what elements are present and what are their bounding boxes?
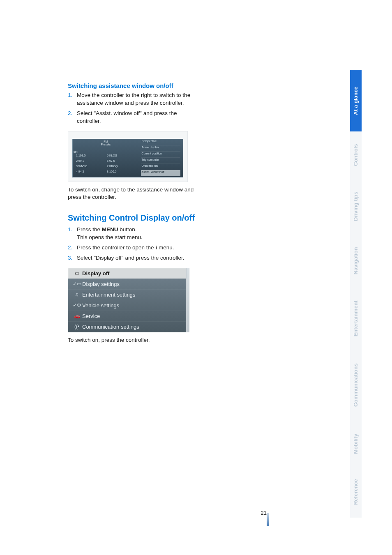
preset-cell: 2 99.1 [75, 159, 106, 165]
step-number: 2. [68, 110, 77, 125]
heading-control-display: Switching Control Display on/off [68, 213, 199, 223]
page-number: 21 [261, 510, 267, 516]
screenshot-edge-strip [186, 268, 189, 332]
assist-menu-item: Arrow display [141, 145, 180, 152]
step-number: 1. [68, 92, 77, 107]
menu-item-vehicle-settings: ✓⚙ Vehicle settings [68, 300, 187, 311]
step-text: Move the controller to the right to swit… [77, 92, 199, 107]
radio-panel: FM Presets set 1 103.5 5 KLOS 2 99.1 6 9… [72, 139, 183, 177]
set-label: set [74, 150, 77, 153]
assist-menu-list: Perspective Arrow display Current positi… [141, 139, 180, 176]
communication-icon: ((• [71, 324, 82, 329]
menu-label: Communication settings [82, 324, 139, 330]
assist-menu-item: Onboard info [141, 164, 180, 170]
presets-label: Presets [101, 143, 111, 146]
heading-assist-window: Switching assistance window on/off [68, 82, 199, 89]
menu-item-display-settings: ✓▭ Display settings [68, 279, 187, 289]
step-item: 3. Select "Display off" and press the co… [68, 254, 199, 262]
menu-label: Display settings [82, 281, 120, 287]
assist-window-screenshot: FM Presets set 1 103.5 5 KLOS 2 99.1 6 9… [68, 131, 188, 182]
tab-driving-tips[interactable]: Driving tips [350, 179, 362, 234]
tab-entertainment[interactable]: Entertainment [350, 288, 362, 349]
menu-label: Display off [82, 270, 109, 276]
entertainment-icon: ♫ [71, 292, 82, 297]
assist-menu-item: Current position [141, 152, 180, 158]
preset-cell: 5 KLOS [106, 154, 137, 159]
page-marker [267, 513, 269, 526]
step-text: Select "Assist. window off" and press th… [77, 110, 199, 125]
preset-cell: 6 97.5 [106, 159, 137, 165]
step-item: 2. Press the controller to open the i me… [68, 244, 199, 252]
menu-button-label: MENU [102, 226, 118, 233]
display-off-icon: ▭ [71, 270, 82, 276]
vehicle-icon: ✓⚙ [71, 302, 82, 308]
step-item: 1. Press the MENU button. This opens the… [68, 226, 199, 242]
preset-cell: 4 94.3 [75, 170, 106, 175]
menu-label: Entertainment settings [82, 292, 135, 298]
step-number: 1. [68, 226, 77, 242]
step-item: 1. Move the controller to the right to s… [68, 92, 199, 107]
preset-grid: 1 103.5 5 KLOS 2 99.1 6 97.5 3 WNYC 7 KR… [75, 154, 137, 175]
tab-controls[interactable]: Controls [350, 131, 362, 179]
page: Switching assistance window on/off 1. Mo… [0, 0, 392, 555]
tab-communications[interactable]: Communications [350, 349, 362, 421]
service-icon: 🚗 [71, 313, 82, 319]
display-menu-screenshot: ▭ Display off ✓▭ Display settings ♫ Ente… [68, 268, 187, 332]
radio-header: FM Presets [73, 139, 139, 152]
step-text: Press the controller to open the i menu. [77, 244, 199, 252]
menu-item-display-off: ▭ Display off [68, 268, 187, 279]
main-content-column: Switching assistance window on/off 1. Mo… [68, 82, 199, 348]
step-item: 2. Select "Assist. window off" and press… [68, 110, 199, 125]
assist-after-text: To switch on, change to the assistance w… [68, 186, 199, 202]
assist-window-steps: 1. Move the controller to the right to s… [68, 92, 199, 125]
menu-label: Vehicle settings [82, 302, 119, 309]
assist-menu-item: Trip computer [141, 158, 180, 164]
display-after-text: To switch on, press the controller. [68, 336, 199, 344]
tab-mobility[interactable]: Mobility [350, 421, 362, 466]
step-text: Press the MENU button. This opens the st… [77, 226, 199, 242]
step-number: 3. [68, 254, 77, 262]
preset-cell: 8 100.5 [106, 170, 137, 175]
tab-reference[interactable]: Reference [350, 466, 362, 518]
display-settings-icon: ✓▭ [71, 281, 82, 287]
menu-item-service: 🚗 Service [68, 311, 187, 321]
tab-at-a-glance[interactable]: At a glance [350, 70, 362, 131]
step-text: Select "Display off" and press the contr… [77, 254, 199, 262]
tab-navigation[interactable]: Navigation [350, 234, 362, 288]
display-menu-panel: ▭ Display off ✓▭ Display settings ♫ Ente… [68, 268, 187, 332]
preset-cell: 3 WNYC [75, 165, 106, 170]
menu-item-entertainment-settings: ♫ Entertainment settings [68, 289, 187, 300]
menu-label: Service [82, 313, 100, 319]
preset-cell: 1 103.5 [75, 154, 106, 159]
menu-item-communication-settings: ((• Communication settings [68, 321, 187, 332]
control-display-steps: 1. Press the MENU button. This opens the… [68, 226, 199, 262]
band-label: FM [104, 140, 108, 143]
assist-menu-item-highlight: Assist. window off [141, 170, 180, 176]
assist-menu-item: Perspective [141, 139, 180, 145]
side-tabs: At a glance Controls Driving tips Naviga… [350, 70, 362, 518]
step-number: 2. [68, 244, 77, 252]
preset-cell: 7 KROQ [106, 165, 137, 170]
